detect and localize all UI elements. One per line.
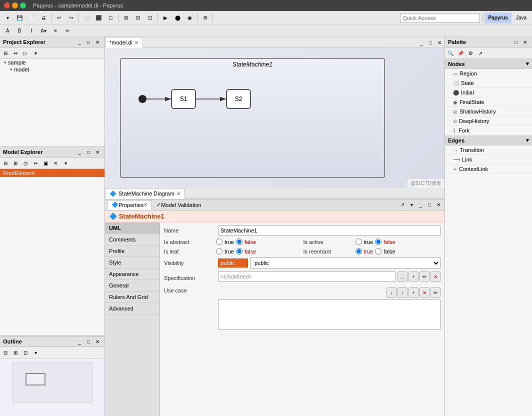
toolbar-btn-6[interactable]: ⬛	[93, 12, 104, 24]
toolbar-btn-4[interactable]: 🖨	[38, 12, 49, 24]
project-explorer-minimize[interactable]: _	[76, 38, 84, 46]
props-minimize[interactable]: _	[416, 201, 424, 209]
model-root-element[interactable]: RootElement	[0, 169, 104, 177]
props-sidebar-profile[interactable]: Profile	[105, 246, 160, 257]
state-s1[interactable]: S1	[171, 89, 196, 109]
model-explorer-minimize[interactable]: _	[76, 148, 84, 156]
props-sidebar-uml[interactable]: UML	[105, 222, 160, 234]
palette-search-btn[interactable]: 🔍	[446, 48, 455, 58]
toolbar-btn-8[interactable]: ⊞	[120, 12, 132, 24]
minimize-button[interactable]	[12, 2, 18, 8]
toolbar-btn-9[interactable]: ⊟	[132, 12, 144, 24]
spec-add-btn[interactable]: +	[408, 272, 418, 282]
project-explorer-close[interactable]: ✕	[94, 38, 102, 46]
toolbar-btn-7[interactable]: ◻	[105, 12, 116, 24]
papyrus-tab[interactable]: Papyrus	[484, 12, 511, 24]
outline-close[interactable]: ✕	[94, 338, 102, 346]
project-explorer-maximize[interactable]: □	[84, 38, 92, 46]
tree-item-model[interactable]: ▾ model	[0, 66, 104, 73]
is-active-true-radio[interactable]	[356, 238, 362, 245]
state-s2[interactable]: S2	[226, 89, 251, 109]
outline-btn-1[interactable]: ⊟	[1, 348, 10, 357]
me-btn-7[interactable]: ▾	[61, 158, 70, 168]
second-toolbar-btn-3[interactable]: I	[26, 26, 37, 36]
model-di-tab-close[interactable]: ✕	[134, 40, 138, 46]
project-explore-btn-4[interactable]: ▾	[31, 48, 40, 58]
usecase-delete-btn[interactable]: ✕	[420, 288, 430, 298]
toolbar-btn-14[interactable]: ⚙	[200, 12, 210, 24]
outline-btn-3[interactable]: ⊡	[21, 348, 30, 357]
is-abstract-true-radio[interactable]	[216, 238, 222, 245]
specification-input[interactable]	[218, 272, 396, 282]
model-explorer-maximize[interactable]: □	[84, 148, 92, 156]
props-sidebar-general[interactable]: General	[105, 280, 160, 292]
quick-access-input[interactable]	[400, 13, 480, 23]
palette-item-shallowhistory[interactable]: ◎ ShallowHistory	[445, 107, 532, 116]
second-toolbar-btn-4[interactable]: A▾	[38, 26, 49, 36]
undo-button[interactable]: ↩	[54, 12, 64, 24]
is-reentrant-false-radio[interactable]	[375, 248, 382, 254]
me-btn-6[interactable]: ✕	[51, 158, 60, 168]
me-btn-4[interactable]: ⇔	[31, 158, 40, 168]
palette-item-transition[interactable]: → Transition	[445, 146, 532, 155]
outline-btn-4[interactable]: ▾	[31, 348, 40, 357]
spec-delete-btn[interactable]: ✕	[430, 272, 440, 282]
palette-settings-btn[interactable]: ⚙	[466, 48, 475, 58]
props-menu[interactable]: ▾	[408, 201, 416, 209]
props-external-link[interactable]: ↗	[398, 201, 406, 209]
usecase-down-btn[interactable]: ↓	[386, 288, 396, 298]
diagram-area-minimize[interactable]: _	[418, 38, 426, 46]
statemachine-diagram-tab-close[interactable]: ✕	[176, 191, 180, 196]
palette-edges-header[interactable]: Edges ▾	[445, 136, 532, 146]
project-explore-btn-3[interactable]: ▷	[21, 48, 30, 58]
is-leaf-true-radio[interactable]	[216, 248, 222, 254]
diagram-area-maximize[interactable]: □	[426, 38, 434, 46]
toolbar-btn-11[interactable]: ▶	[160, 12, 171, 24]
model-validation-tab[interactable]: ✓ Model Validation	[152, 200, 206, 210]
me-btn-3[interactable]: ◷	[21, 158, 30, 168]
props-sidebar-advanced[interactable]: Advanced	[105, 303, 160, 314]
toolbar-btn-12[interactable]: ⬤	[172, 12, 183, 24]
redo-button[interactable]: ↪	[66, 12, 76, 24]
props-sidebar-style[interactable]: Style	[105, 257, 160, 268]
model-explorer-close[interactable]: ✕	[94, 148, 102, 156]
is-abstract-false-radio[interactable]	[236, 238, 242, 245]
maximize-button[interactable]	[20, 2, 26, 8]
model-di-tab[interactable]: *model.di ✕	[105, 37, 143, 48]
props-sidebar-rulers-grid[interactable]: Rulers And Grid	[105, 292, 160, 303]
props-sidebar-appearance[interactable]: Appearance	[105, 268, 160, 280]
spec-edit-btn[interactable]: ✏	[420, 272, 430, 282]
me-btn-1[interactable]: ⊟	[1, 158, 10, 168]
visibility-select[interactable]: public private protected package	[250, 258, 440, 268]
second-toolbar-btn-1[interactable]: A	[2, 26, 13, 36]
palette-item-deephistory[interactable]: ⊙ DeepHistory	[445, 116, 532, 126]
toolbar-btn-13[interactable]: ◉	[184, 12, 195, 24]
props-maximize[interactable]: □	[426, 201, 434, 209]
me-btn-5[interactable]: ▣	[41, 158, 50, 168]
palette-close[interactable]: ✕	[521, 38, 529, 46]
outline-btn-2[interactable]: ⊞	[11, 348, 20, 357]
tree-item-sample[interactable]: ▾ sample	[0, 59, 104, 66]
properties-tab[interactable]: 🔷 Properties ✕	[107, 200, 152, 210]
link-editor-button[interactable]: ⇔	[11, 48, 20, 58]
name-input[interactable]	[218, 226, 440, 236]
statemachine-diagram-tab[interactable]: 🔷 StateMachine Diagram ✕	[105, 188, 185, 199]
is-active-false-radio[interactable]	[375, 238, 382, 245]
collapse-all-button[interactable]: ⊟	[1, 48, 10, 58]
java-tab[interactable]: Java	[512, 12, 530, 24]
palette-item-initial[interactable]: ⚫ Initial	[445, 88, 532, 98]
is-reentrant-true-radio[interactable]	[356, 248, 362, 254]
properties-tab-close[interactable]: ✕	[144, 202, 148, 208]
outline-slider[interactable]	[26, 373, 46, 386]
second-toolbar-btn-2[interactable]: B	[14, 26, 25, 36]
me-btn-2[interactable]: ⊞	[11, 158, 20, 168]
palette-item-link[interactable]: ⟶ Link	[445, 155, 532, 164]
toolbar-btn-10[interactable]: ⊡	[144, 12, 156, 24]
diagram-area-close[interactable]: ✕	[436, 38, 444, 46]
palette-nodes-header[interactable]: Nodes ▾	[445, 59, 532, 69]
palette-pin-btn[interactable]: 📌	[456, 48, 465, 58]
spec-menu-btn[interactable]: …	[398, 272, 408, 282]
palette-item-finalstate[interactable]: ◉ FinalState	[445, 98, 532, 107]
palette-maximize[interactable]: □	[512, 38, 520, 46]
usecase-textarea[interactable]	[218, 300, 440, 330]
